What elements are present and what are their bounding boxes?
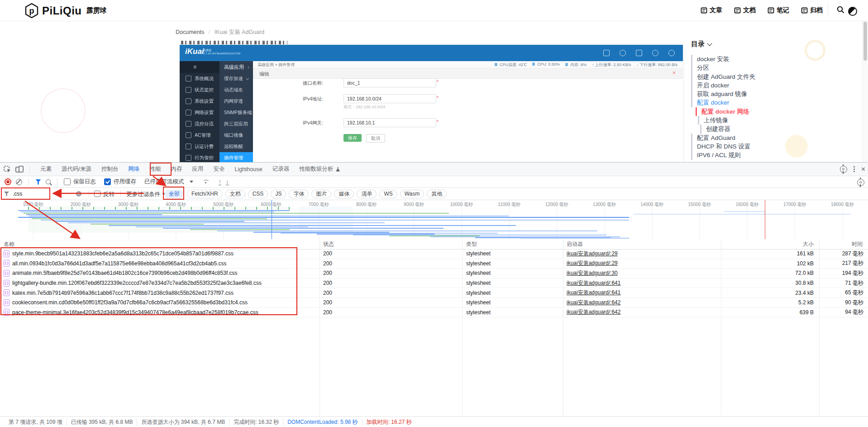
record-network-log-icon[interactable] xyxy=(5,178,11,185)
clear-filter-icon[interactable]: ✕ xyxy=(76,191,81,197)
site-logo[interactable]: p PiLiQiu 霹雳球 xyxy=(25,3,107,18)
toc-item[interactable]: 配置 AdGuard xyxy=(691,134,854,142)
toc-item[interactable]: IPV6 / ACL 规则 xyxy=(691,151,854,159)
toc-item[interactable]: 分区 xyxy=(691,63,854,72)
column-header-size[interactable]: 大小 xyxy=(721,240,819,248)
devtools-tab[interactable]: 性能数据分析 xyxy=(294,163,345,176)
cloud-icon[interactable] xyxy=(620,50,626,56)
network-request-row[interactable]: {} style.min.9becb9501a143231883cfeb6e2a… xyxy=(0,249,868,259)
request-type-pill[interactable]: 图片 xyxy=(311,190,331,198)
field-input[interactable]: doc_1 xyxy=(343,78,436,87)
ikuai-nav-item[interactable]: 流控分流 xyxy=(180,118,219,130)
invert-label[interactable]: 反转 xyxy=(103,191,114,198)
nav-item[interactable]: 文档 xyxy=(734,6,756,14)
network-request-row[interactable]: {} animate.min.5fbaeb9f8e25d7e0143bae61d… xyxy=(0,269,868,278)
breadcrumb-root[interactable]: Documents xyxy=(176,29,204,35)
device-toolbar-icon[interactable] xyxy=(15,166,24,173)
network-request-row[interactable]: {} lightgallery-bundle.min.120f067ebd6f3… xyxy=(0,278,868,288)
request-name-cell[interactable]: {} style.min.9becb9501a143231883cfeb6e2a… xyxy=(0,250,320,257)
ikuai-nav-item[interactable]: 网络设置 xyxy=(180,107,219,118)
request-name-cell[interactable]: {} all.min.0934b1fc0d3a766d41d3adf5e7a11… xyxy=(0,260,320,267)
ikuai-submenu-item[interactable]: 远程唤醒 xyxy=(219,141,253,152)
ikuai-submenu-item[interactable]: 内网穿透 xyxy=(219,96,253,107)
request-type-pill[interactable]: 全部 xyxy=(164,190,184,198)
export-har-icon[interactable]: ↓ xyxy=(226,179,229,185)
network-request-row[interactable]: {} all.min.0934b1fc0d3a766d41d3adf5e7a11… xyxy=(0,259,868,269)
page-scrollbar[interactable] xyxy=(862,0,868,162)
ikuai-nav-item[interactable]: 状态监控 xyxy=(180,84,219,96)
settings-gear-icon[interactable] xyxy=(840,166,847,173)
network-overview-timeline[interactable]: 1000 毫秒2000 毫秒3000 毫秒4000 毫秒5000 毫秒6000 … xyxy=(0,200,868,240)
search-network-icon[interactable] xyxy=(46,179,51,184)
search-icon[interactable] xyxy=(837,6,844,15)
request-type-pill[interactable]: WS xyxy=(379,190,397,198)
request-type-pill[interactable]: 媒体 xyxy=(334,190,354,198)
ikuai-submenu-item[interactable]: 端口镜像 xyxy=(219,130,253,141)
ikuai-nav-item[interactable]: 系统设置 xyxy=(180,96,219,107)
preserve-log-label[interactable]: 保留日志 xyxy=(73,178,96,186)
devtools-tab[interactable]: 控制台 xyxy=(96,163,124,176)
home-icon[interactable] xyxy=(636,50,642,56)
ikuai-collapse-toggle[interactable]: ≡ xyxy=(180,61,219,73)
network-settings-gear-icon[interactable] xyxy=(857,179,864,186)
toc-item[interactable]: 创建容器 xyxy=(700,125,854,133)
toc-item[interactable]: 开启 docker xyxy=(691,81,854,90)
request-name-cell[interactable]: {} animate.min.5fbaeb9f8e25d7e0143bae61d… xyxy=(0,270,320,277)
kebab-menu-icon[interactable] xyxy=(854,168,855,170)
disable-cache-checkbox[interactable] xyxy=(104,178,111,185)
toc-item[interactable]: DHCP 和 DNS 设置 xyxy=(691,142,854,151)
network-conditions-icon[interactable] xyxy=(202,180,210,184)
cancel-button[interactable]: 取消 xyxy=(366,134,385,143)
toc-item[interactable]: 获取 adguard 镜像 xyxy=(691,90,854,98)
request-name-cell[interactable]: {} katex.min.7e5db7914b97e596a36c1abb67c… xyxy=(0,289,320,296)
throttling-dropdown-icon[interactable] xyxy=(190,181,193,183)
request-initiator-link[interactable]: ikuai安装adguard/:642 xyxy=(567,309,620,315)
nav-item[interactable]: 笔记 xyxy=(768,6,789,14)
request-type-pill[interactable]: Fetch/XHR xyxy=(187,190,223,198)
column-header-time[interactable]: 时间 xyxy=(819,240,868,248)
field-input[interactable]: 192.168.10.1 xyxy=(343,118,436,127)
request-name-cell[interactable]: {} lightgallery-bundle.min.120f067ebd6f3… xyxy=(0,280,320,287)
request-type-pill[interactable]: 字体 xyxy=(289,190,309,198)
filter-input[interactable]: .css xyxy=(13,191,22,197)
devtools-tab[interactable]: 内存 xyxy=(166,163,187,176)
devtools-tab[interactable]: 源代码/来源 xyxy=(57,163,96,176)
devtools-tab[interactable]: Lighthouse xyxy=(229,163,267,176)
clear-network-log-icon[interactable] xyxy=(16,179,22,185)
devtools-tab[interactable]: 安全 xyxy=(208,163,229,176)
toc-item[interactable]: 配置 docker 网络 xyxy=(696,107,854,116)
request-name-cell[interactable]: {} cookieconsent.min.cd0d0b6e50ff01ff2f3… xyxy=(0,299,320,306)
ikuai-nav-item[interactable]: 行为管控 xyxy=(180,152,219,162)
grid-icon[interactable] xyxy=(603,50,610,56)
ikuai-submenu-item[interactable]: 缓存加速 xyxy=(219,73,253,84)
nav-item[interactable]: 文章 xyxy=(701,6,722,14)
close-devtools-icon[interactable]: × xyxy=(861,166,865,173)
import-har-icon[interactable]: ↑ xyxy=(219,179,222,185)
ikuai-submenu-item[interactable]: 跨三层应用 xyxy=(219,118,253,130)
devtools-tab[interactable]: 记录器 xyxy=(267,163,295,176)
more-filters-button[interactable]: 更多过滤条件 xyxy=(126,191,160,198)
column-header-name[interactable]: 名称 xyxy=(0,240,320,248)
request-initiator-link[interactable]: ikuai安装adguard/:30 xyxy=(567,270,618,276)
field-input[interactable]: 192.168.10.0/24 xyxy=(343,94,436,103)
ikuai-submenu-title[interactable]: 高级应用‹ xyxy=(219,61,253,73)
user-icon[interactable] xyxy=(668,50,675,56)
preserve-log-checkbox[interactable] xyxy=(64,178,71,185)
devtools-tab[interactable]: 网络 xyxy=(123,163,144,176)
network-request-row[interactable]: {} katex.min.7e5db7914b97e596a36c1abb67c… xyxy=(0,288,868,298)
toc-item[interactable]: 配置 docker xyxy=(691,98,854,107)
ikuai-submenu-item[interactable]: 插件管理 xyxy=(219,152,253,162)
theme-toggle-icon[interactable] xyxy=(848,7,857,16)
toc-item[interactable]: 创建 AdGuard 文件夹 xyxy=(691,72,854,81)
devtools-tab[interactable]: 性能 xyxy=(144,163,166,176)
toc-header[interactable]: 目录 xyxy=(691,40,854,48)
ikuai-submenu-item[interactable]: SNMP服务端 xyxy=(219,107,253,118)
request-type-pill[interactable]: JS xyxy=(271,190,286,198)
ikuai-submenu-item[interactable]: 动态域名 xyxy=(219,84,253,96)
devtools-tab[interactable]: 应用 xyxy=(187,163,208,176)
request-name-cell[interactable]: {} pace-theme-minimal.3e16fae4203c52d348… xyxy=(0,309,320,316)
request-type-pill[interactable]: CSS xyxy=(248,190,268,198)
request-initiator-link[interactable]: ikuai安装adguard/:641 xyxy=(567,289,620,296)
request-initiator-link[interactable]: ikuai安装adguard/:641 xyxy=(567,280,620,286)
save-button[interactable]: 保存 xyxy=(343,134,362,142)
